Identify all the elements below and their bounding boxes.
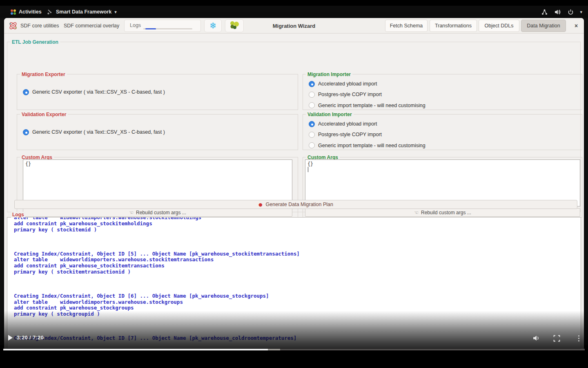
radio-option[interactable]: Generic import template - will need cust… [309,142,579,149]
migration-importer-group: Migration Importer Accelerated ybload im… [303,74,582,110]
logs-section-title: Logs [11,212,25,218]
sdf-app-icon [8,21,18,32]
video-progress-bar[interactable] [3,349,585,350]
radio-option-label: Generic CSV exporter ( via Text::CSV_XS … [32,89,165,95]
log-line [14,245,581,251]
radio-option[interactable]: Generic CSV exporter ( via Text::CSV_XS … [23,88,294,96]
transformations-button[interactable]: Transformations [430,20,477,32]
app-menu-label: Smart Data Framework [56,9,111,15]
migration-importer-options: Accelerated ybload importPostgres-style … [309,75,579,109]
app-menu-button[interactable]: Smart Data Framework ▾ [46,8,117,16]
radio-option-label: Generic import template - will need cust… [318,143,425,148]
rebuild-left-label: Rebuild custom args ... [136,210,186,215]
validation-importer-group: Validation Importer Accelerated ybload i… [303,114,582,150]
kebab-menu-icon[interactable] [574,334,583,343]
generate-button-label: Generate Data Migration Plan [266,202,333,207]
chevron-down-icon: ▾ [114,9,117,15]
log-line: primary key ( stockgroupid ) [14,311,581,317]
migration-wizard-window: SDF core utilities SDF commercial overla… [4,18,584,349]
generate-data-migration-plan-button[interactable]: ● Generate Data Migration Plan [14,200,577,209]
radio-selected-icon[interactable] [23,129,29,135]
activities-icon [11,9,16,15]
radio-option[interactable]: Generic CSV exporter ( via Text::CSV_XS … [23,128,294,136]
pointer-hand-icon: ☜ [414,210,419,215]
rebuild-right-label: Rebuild custom args ... [421,210,471,215]
log-line [14,239,581,245]
log-line [14,233,581,239]
migration-exporter-options: Generic CSV exporter ( via Text::CSV_XS … [23,75,294,109]
log-line: add constraint pk_warehouse_stockitemtra… [14,263,581,269]
log-console[interactable]: alter table wideworldimporters.warehouse… [7,217,581,349]
radio-unselected-icon[interactable] [309,132,315,138]
gnome-top-bar: Activities Smart Data Framework ▾ ▾ [0,6,588,18]
validation-exporter-group: Validation Exporter Generic CSV exporter… [17,114,298,150]
log-line [14,281,581,287]
radio-unselected-icon[interactable] [309,92,315,98]
snowflake-button[interactable]: ❄ [204,19,222,32]
red-dot-icon: ● [258,202,263,207]
log-line: Creating Index/Constraint, Object ID [6]… [14,293,581,299]
rebuild-custom-args-left-button[interactable]: ☜ Rebuild custom args ... [23,208,292,217]
radio-option[interactable]: Postgres-style COPY import [309,131,579,138]
radio-option-label: Generic import template - will need cust… [318,103,425,108]
data-migration-button[interactable]: Data Migration [521,20,566,32]
log-line: Creating Index/Constraint, Object ID [5]… [14,251,581,257]
radio-selected-icon[interactable] [309,81,315,87]
migration-exporter-group: Migration Exporter Generic CSV exporter … [17,74,298,110]
custom-args-right-textarea[interactable]: {} [305,159,580,206]
volume-icon[interactable] [554,8,561,16]
video-timestamp: 3:20 / 7:20 [17,334,44,341]
fullscreen-icon[interactable] [552,334,561,343]
system-tray: ▾ [541,6,582,18]
letterbox-top [0,0,588,6]
letterbox-bottom [0,351,588,368]
activities-button[interactable]: Activities [11,9,42,15]
text-caret [308,167,308,172]
radio-unselected-icon[interactable] [309,102,315,108]
rebuild-custom-args-right-button[interactable]: ☜ Rebuild custom args ... [305,208,580,217]
radio-option-label: Accelerated ybload import [318,81,377,87]
log-line: primary key ( stockitemid ) [14,227,581,233]
video-progress-played [3,349,268,350]
video-frame: Activities Smart Data Framework ▾ ▾ [0,0,588,368]
object-ddls-button[interactable]: Object DDLs [479,20,519,32]
etl-job-generation-group: ETL Job Generation Migration Exporter Ge… [7,42,581,212]
radio-unselected-icon[interactable] [309,142,315,148]
radio-option[interactable]: Generic import template - will need cust… [309,102,579,109]
radio-option[interactable]: Accelerated ybload import [309,80,579,88]
radio-option-label: Postgres-style COPY import [318,132,382,137]
log-line: add constraint pk_warehouse_stockitemhol… [14,221,581,227]
activities-label: Activities [19,9,42,15]
radio-selected-icon[interactable] [23,89,29,95]
fetch-schema-button[interactable]: Fetch Schema [385,20,428,32]
radio-option[interactable]: Postgres-style COPY import [309,91,579,98]
etl-group-title: ETL Job Generation [10,39,60,45]
log-line: Creating Index/Constraint, Object ID [7]… [14,335,581,341]
tab-sdf-core-utilities[interactable]: SDF core utilities [20,18,59,34]
radio-option-label: Accelerated ybload import [318,121,377,127]
player-volume-icon[interactable] [532,334,541,343]
yellowbrick-button[interactable] [225,19,244,32]
yellowbrick-icon [229,20,240,31]
radio-option[interactable]: Accelerated ybload import [309,120,579,128]
network-share-icon[interactable] [541,8,548,16]
radio-selected-icon[interactable] [309,121,315,127]
power-icon[interactable] [567,8,574,16]
log-text: alter table wideworldimporters.warehouse… [7,217,581,341]
snowflake-icon: ❄ [209,22,217,30]
pointer-hand-icon: ☜ [129,210,134,215]
tray-chevron-icon[interactable]: ▾ [580,9,582,15]
log-line [14,275,581,281]
log-line [14,323,581,330]
validation-exporter-options: Generic CSV exporter ( via Text::CSV_XS … [23,115,294,149]
play-icon[interactable] [8,335,13,341]
toolbar-logs-progress-widget[interactable]: Logs [124,20,201,32]
app-menu-icon [46,8,53,16]
toolbar-progress-fill [145,28,156,29]
tab-sdf-commercial-overlay[interactable]: SDF commercial overlay [64,18,119,34]
log-line: primary key ( stockitemtransactionid ) [14,269,581,275]
close-icon[interactable]: × [571,20,581,32]
log-line: alter table wideworldimporters.warehouse… [14,257,581,263]
custom-args-left-textarea[interactable]: {} [23,159,292,206]
log-line: add constraint pk_warehouse_stockgroups [14,305,581,311]
